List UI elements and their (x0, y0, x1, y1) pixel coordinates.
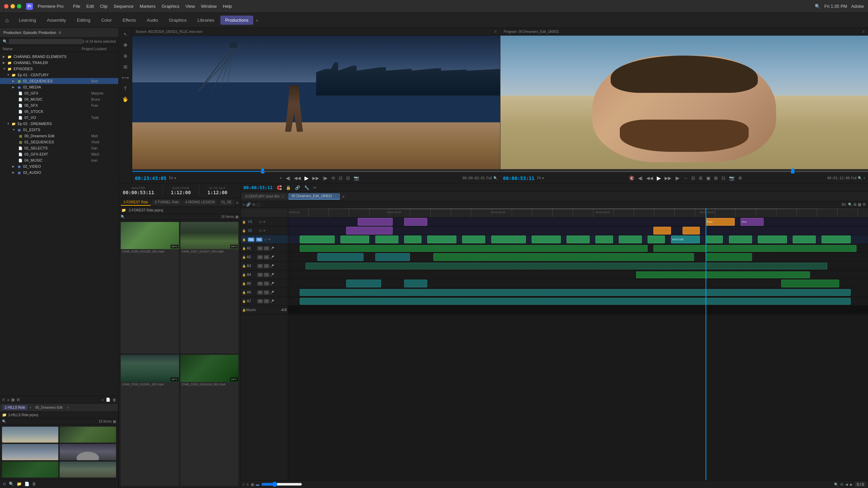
btn-play-prog[interactable]: ▶ (655, 174, 662, 182)
btn-rewind[interactable]: ◀◀ (293, 175, 302, 181)
track-row-a2[interactable] (288, 253, 868, 262)
panel-menu-icon[interactable]: ≡ (58, 30, 61, 35)
track-solo-a6[interactable]: S (264, 290, 269, 294)
track-eye-v1[interactable]: 👁 (268, 238, 271, 241)
clip-v1-11[interactable] (619, 236, 642, 243)
btn-add-marker[interactable]: + (278, 175, 283, 181)
clip-v2-orange[interactable] (653, 227, 671, 235)
menu-graphics[interactable]: Graphics (162, 4, 179, 9)
tool-trim[interactable]: ⟼ (120, 73, 131, 82)
bin-item-2[interactable]: MXL_EDIT_MASTER_001.mp4 (60, 427, 116, 443)
program-menu-icon[interactable]: ≡ (862, 29, 865, 34)
btn-match-frame[interactable]: ⊟ (690, 175, 696, 181)
seq-tab-forest[interactable]: 2-FOREST Ride (121, 199, 151, 206)
track-row-a7[interactable] (288, 297, 868, 306)
tree-item-channel-trailer[interactable]: ▶ 📁 CHANNEL TRAILER (0, 60, 118, 66)
clip-a3-main[interactable] (305, 263, 827, 269)
project-search-input[interactable] (9, 39, 83, 44)
bin-item-1[interactable]: C035_C010_060_001.mp4 (2, 427, 58, 443)
tl-grid-view[interactable]: ▦ (251, 483, 254, 486)
bin-tab-hills[interactable]: 1-HILLS Ride (3, 405, 27, 410)
track-lock-master[interactable]: 🔒 (242, 308, 246, 312)
source-bin-search-input[interactable] (126, 215, 221, 219)
track-lock-a4[interactable]: 🔒 (242, 273, 246, 277)
btn-step-back-prog[interactable]: ◀| (637, 175, 644, 181)
tree-item-vo[interactable]: 📄 07_VO Todd (0, 115, 118, 121)
icon-freeform[interactable]: ⊞ (17, 398, 20, 402)
track-mic-a7[interactable]: 🎤 (270, 300, 274, 303)
btn-lift[interactable]: ⊠ (713, 175, 719, 181)
icon-find[interactable]: 🔍 (8, 481, 15, 487)
seq-tab-01se[interactable]: 01_SE (219, 199, 234, 206)
track-lock-a1[interactable]: 🔒 (242, 247, 246, 250)
nav-tab-color[interactable]: Color (96, 16, 116, 25)
tl-add-tracks[interactable]: + (243, 483, 245, 486)
nav-tab-libraries[interactable]: Libraries (193, 16, 219, 25)
clip-v1-3[interactable] (375, 236, 398, 243)
source-bin-item-1[interactable]: MP4 C048_C009_01018D_001.mp4 (121, 222, 179, 353)
tl-list-view[interactable]: ≡ (247, 483, 249, 486)
track-lock-a6[interactable]: 🔒 (242, 291, 246, 294)
track-row-a1[interactable] (288, 244, 868, 253)
clip-a6-main[interactable] (300, 289, 851, 296)
tool-text[interactable]: T (120, 84, 131, 93)
track-row-v3[interactable]: Foot Ora (288, 218, 868, 226)
tree-item-episodes[interactable]: ▼ 📁 EPISODES (0, 66, 118, 72)
icon-automate[interactable]: ⊙ (2, 481, 7, 487)
tl-tool-settings[interactable]: ⚙ (863, 202, 866, 207)
tl-settings-2[interactable]: ⚙ (840, 483, 843, 486)
bin-tab-close[interactable]: ✕ (29, 406, 32, 409)
nav-tab-audio[interactable]: Audio (142, 16, 163, 25)
track-lock-v1[interactable]: 🔒 (242, 238, 246, 241)
clip-a5-1[interactable] (346, 280, 381, 287)
tool-wrench[interactable]: 🔧 (304, 185, 309, 190)
tool-selection[interactable]: ↖ (120, 30, 131, 39)
track-row-a3[interactable] (288, 262, 868, 270)
clip-v1-14[interactable] (729, 236, 752, 243)
tree-item-ep02-music[interactable]: 📄 04_MUSIC Ivan (0, 157, 118, 163)
track-mute-a1[interactable]: M (257, 246, 263, 250)
source-bin-item-3[interactable]: MP4 C048_C018_01018L_001.mp4 (121, 355, 179, 486)
tree-item-ep02[interactable]: ▼ 📁 Ep 02 - DREAMERS (0, 121, 118, 127)
tool-lock[interactable]: 🔒 (286, 185, 291, 190)
nav-tab-learning[interactable]: Learning (14, 16, 41, 25)
source-playhead-bar[interactable] (132, 169, 500, 172)
tool-razor[interactable]: ✂ (313, 185, 317, 190)
source-zoom-label[interactable]: Full (486, 176, 492, 180)
track-row-a5[interactable] (288, 279, 868, 288)
tree-item-sfx[interactable]: 📄 05_SFX Fran (0, 102, 118, 108)
clip-v3-ora[interactable]: Ora (741, 218, 764, 226)
track-lock-a2[interactable]: 🔒 (242, 256, 246, 259)
sequence-timecode[interactable]: 00:00:53:11 (243, 185, 273, 190)
tl-tab-century-close[interactable]: ✕ (282, 195, 284, 198)
clip-a1-2[interactable] (653, 245, 856, 252)
tab-more-icon[interactable]: » (236, 200, 238, 205)
seq-tab-tunnel[interactable]: 3-TUNNEL Ride (152, 199, 182, 206)
btn-step-back[interactable]: ◀| (284, 175, 292, 181)
tree-item-edits[interactable]: ▼ ▣ 01_EDITS (0, 127, 118, 133)
track-lock-a3[interactable]: 🔒 (242, 264, 246, 268)
bin-item-6[interactable]: C035_C020_030_001.mp4 (60, 462, 116, 477)
track-lock-v3[interactable]: 🔒 (242, 220, 246, 224)
clip-v2-1[interactable] (346, 227, 393, 235)
track-solo-a3[interactable]: S (264, 264, 269, 268)
program-playhead-bar[interactable] (500, 169, 868, 172)
close-button[interactable] (4, 4, 8, 8)
bin-tab-close-2[interactable]: ✕ (67, 406, 70, 409)
btn-safe-margins[interactable]: ⊡ (337, 175, 344, 181)
clip-v1-12[interactable] (648, 236, 665, 243)
clip-v3-1[interactable] (358, 218, 393, 226)
btn-rewind-prog[interactable]: ◀◀ (645, 175, 654, 181)
program-zoom-icon[interactable]: 🔍 (858, 176, 862, 180)
menu-sequence[interactable]: Sequence (114, 4, 134, 9)
nav-tab-effects[interactable]: Effects (118, 16, 141, 25)
tree-item-audio[interactable]: ▶ ▣ 03_AUDIO (0, 169, 118, 176)
menu-view[interactable]: View (185, 4, 195, 9)
tl-tool-linked[interactable]: 🔗 (246, 202, 251, 207)
tool-edit[interactable]: ⊞ (120, 62, 131, 71)
clip-a2-2[interactable] (375, 253, 410, 261)
track-solo-a4[interactable]: S (264, 273, 269, 277)
tl-tab-dreamers-close[interactable]: ✕ (334, 195, 337, 198)
btn-loop[interactable]: ⟲ (330, 175, 336, 181)
track-row-a4[interactable] (288, 270, 868, 279)
